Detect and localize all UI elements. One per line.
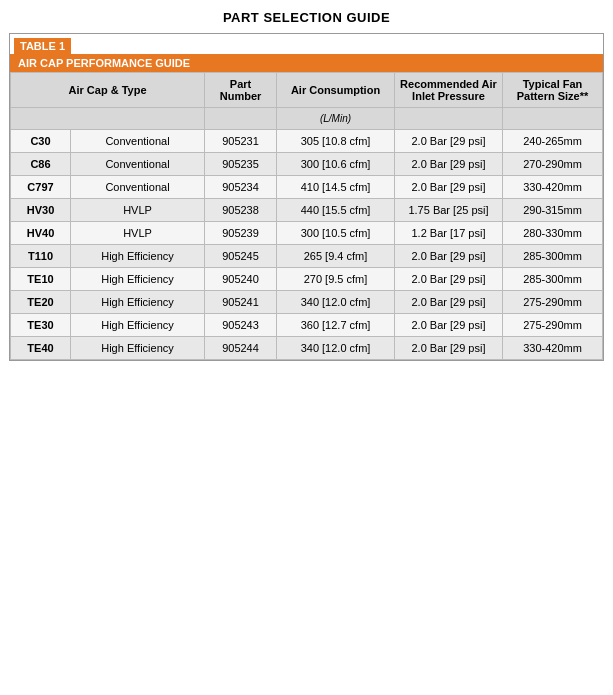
table-subheader-row: (L/Min) xyxy=(11,108,603,130)
cell-aircap: TE10 xyxy=(11,268,71,291)
cell-airconsumption: 300 [10.5 cfm] xyxy=(277,222,395,245)
table-row: TE10High Efficiency905240270 [9.5 cfm]2.… xyxy=(11,268,603,291)
cell-fanpattern: 270-290mm xyxy=(503,153,603,176)
table-row: C797Conventional905234410 [14.5 cfm]2.0 … xyxy=(11,176,603,199)
cell-airconsumption: 360 [12.7 cfm] xyxy=(277,314,395,337)
cell-airconsumption: 305 [10.8 cfm] xyxy=(277,130,395,153)
cell-partnumber: 905235 xyxy=(205,153,277,176)
header-fanpattern: Typical Fan Pattern Size** xyxy=(503,73,603,108)
table-row: HV40HVLP905239300 [10.5 cfm]1.2 Bar [17 … xyxy=(11,222,603,245)
cell-aircap: HV30 xyxy=(11,199,71,222)
cell-pressure: 2.0 Bar [29 psi] xyxy=(395,337,503,360)
table-row: TE40High Efficiency905244340 [12.0 cfm]2… xyxy=(11,337,603,360)
cell-partnumber: 905243 xyxy=(205,314,277,337)
cell-type: High Efficiency xyxy=(71,291,205,314)
table-header-row: Air Cap & Type Part Number Air Consumpti… xyxy=(11,73,603,108)
cell-fanpattern: 285-300mm xyxy=(503,268,603,291)
cell-pressure: 2.0 Bar [29 psi] xyxy=(395,130,503,153)
cell-partnumber: 905240 xyxy=(205,268,277,291)
cell-pressure: 2.0 Bar [29 psi] xyxy=(395,314,503,337)
subheader-fanpattern xyxy=(503,108,603,130)
cell-type: High Efficiency xyxy=(71,268,205,291)
cell-partnumber: 905231 xyxy=(205,130,277,153)
table-label: TABLE 1 xyxy=(14,38,71,54)
subheader-aircap xyxy=(11,108,205,130)
cell-airconsumption: 300 [10.6 cfm] xyxy=(277,153,395,176)
cell-airconsumption: 340 [12.0 cfm] xyxy=(277,291,395,314)
cell-type: High Efficiency xyxy=(71,337,205,360)
header-partnumber: Part Number xyxy=(205,73,277,108)
cell-aircap: HV40 xyxy=(11,222,71,245)
cell-type: Conventional xyxy=(71,176,205,199)
cell-partnumber: 905244 xyxy=(205,337,277,360)
table-row: C30Conventional905231305 [10.8 cfm]2.0 B… xyxy=(11,130,603,153)
cell-pressure: 1.75 Bar [25 psi] xyxy=(395,199,503,222)
cell-pressure: 2.0 Bar [29 psi] xyxy=(395,245,503,268)
header-airconsumption: Air Consumption xyxy=(277,73,395,108)
table-row: C86Conventional905235300 [10.6 cfm]2.0 B… xyxy=(11,153,603,176)
cell-aircap: T110 xyxy=(11,245,71,268)
header-pressure: Recommended Air Inlet Pressure xyxy=(395,73,503,108)
subheader-unit: (L/Min) xyxy=(277,108,395,130)
cell-fanpattern: 330-420mm xyxy=(503,337,603,360)
cell-fanpattern: 285-300mm xyxy=(503,245,603,268)
cell-aircap: TE20 xyxy=(11,291,71,314)
cell-pressure: 2.0 Bar [29 psi] xyxy=(395,268,503,291)
cell-fanpattern: 330-420mm xyxy=(503,176,603,199)
cell-partnumber: 905245 xyxy=(205,245,277,268)
cell-type: High Efficiency xyxy=(71,245,205,268)
cell-airconsumption: 410 [14.5 cfm] xyxy=(277,176,395,199)
cell-type: Conventional xyxy=(71,153,205,176)
cell-partnumber: 905238 xyxy=(205,199,277,222)
cell-aircap: TE40 xyxy=(11,337,71,360)
cell-pressure: 2.0 Bar [29 psi] xyxy=(395,291,503,314)
subheader-partnumber xyxy=(205,108,277,130)
cell-partnumber: 905239 xyxy=(205,222,277,245)
table-row: TE30High Efficiency905243360 [12.7 cfm]2… xyxy=(11,314,603,337)
cell-pressure: 2.0 Bar [29 psi] xyxy=(395,153,503,176)
cell-fanpattern: 240-265mm xyxy=(503,130,603,153)
cell-aircap: C797 xyxy=(11,176,71,199)
cell-fanpattern: 280-330mm xyxy=(503,222,603,245)
cell-fanpattern: 290-315mm xyxy=(503,199,603,222)
table-row: T110High Efficiency905245265 [9.4 cfm]2.… xyxy=(11,245,603,268)
table-row: HV30HVLP905238440 [15.5 cfm]1.75 Bar [25… xyxy=(11,199,603,222)
cell-aircap: TE30 xyxy=(11,314,71,337)
header-aircap: Air Cap & Type xyxy=(11,73,205,108)
page-title: PART SELECTION GUIDE xyxy=(223,10,390,25)
cell-pressure: 2.0 Bar [29 psi] xyxy=(395,176,503,199)
cell-type: HVLP xyxy=(71,199,205,222)
cell-airconsumption: 265 [9.4 cfm] xyxy=(277,245,395,268)
subheader-pressure xyxy=(395,108,503,130)
cell-partnumber: 905241 xyxy=(205,291,277,314)
performance-table: Air Cap & Type Part Number Air Consumpti… xyxy=(10,72,603,360)
cell-aircap: C30 xyxy=(11,130,71,153)
cell-pressure: 1.2 Bar [17 psi] xyxy=(395,222,503,245)
cell-type: High Efficiency xyxy=(71,314,205,337)
cell-airconsumption: 270 [9.5 cfm] xyxy=(277,268,395,291)
cell-fanpattern: 275-290mm xyxy=(503,291,603,314)
cell-airconsumption: 440 [15.5 cfm] xyxy=(277,199,395,222)
table-subtitle: AIR CAP PERFORMANCE GUIDE xyxy=(10,54,603,72)
cell-type: Conventional xyxy=(71,130,205,153)
cell-type: HVLP xyxy=(71,222,205,245)
cell-aircap: C86 xyxy=(11,153,71,176)
table-row: TE20High Efficiency905241340 [12.0 cfm]2… xyxy=(11,291,603,314)
cell-airconsumption: 340 [12.0 cfm] xyxy=(277,337,395,360)
table-wrapper: TABLE 1 AIR CAP PERFORMANCE GUIDE Air Ca… xyxy=(9,33,604,361)
cell-fanpattern: 275-290mm xyxy=(503,314,603,337)
cell-partnumber: 905234 xyxy=(205,176,277,199)
